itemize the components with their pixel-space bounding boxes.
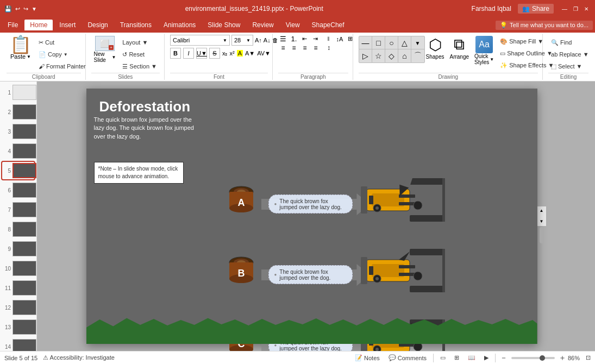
quick-styles-button[interactable]: Aa QuickStyles▼ [472,35,496,66]
slide-thumb-8[interactable]: 8 [2,221,34,238]
shape-icon-8[interactable]: ⌂ [398,49,412,63]
shape-icon-1[interactable]: — [359,36,373,50]
zoom-control[interactable]: － ＋ 86% ⊡ [500,353,591,363]
scroll-down-button[interactable]: ▼ [537,217,546,226]
menu-home[interactable]: Home [24,20,53,30]
slide-thumb-4[interactable]: 4 [2,142,34,160]
svg-point-56 [375,348,379,351]
menu-animations[interactable]: Animations [158,20,201,30]
justify-button[interactable]: ≡ [311,44,321,52]
reading-view-button[interactable]: 📖 [466,354,478,362]
comments-button[interactable]: 💬 Comments [386,354,429,362]
slide-thumb-1[interactable]: 1 [2,84,34,101]
zoom-slider[interactable] [511,357,555,359]
char-spacing-button[interactable]: AV▼ [257,50,271,57]
shapes-button[interactable]: ⬡ Shapes [424,35,447,61]
save-icon[interactable]: 💾 [4,5,12,12]
increase-indent-button[interactable]: ⇥ [311,35,321,42]
shape-icon-2[interactable]: □ [372,36,386,50]
slideshow-button[interactable]: ▶ [482,354,491,362]
arrange-button[interactable]: ⧉ Arrange [447,35,471,61]
slide-thumb-7[interactable]: 7 [2,201,34,218]
slide-thumb-13[interactable]: 13 [2,318,34,336]
scroll-up-button[interactable]: ▲ [537,206,546,215]
decrease-indent-button[interactable]: ⇤ [300,35,310,42]
font-color-button[interactable]: A▼ [245,50,255,57]
zoom-out-button[interactable]: － [500,353,508,363]
minimize-button[interactable]: — [560,4,569,13]
notes-button[interactable]: 📝 Notes [353,354,382,362]
undo-icon[interactable]: ↩ [15,5,20,12]
layout-button[interactable]: Layout ▼ [120,37,160,48]
select-button[interactable]: ⬚ Select ▼ [548,61,585,72]
shape-icon-7[interactable]: ◇ [385,49,399,63]
strikethrough-button[interactable]: S [209,48,220,59]
redo-icon[interactable]: ↪ [23,5,28,12]
restore-button[interactable]: ❐ [571,4,580,13]
menu-review[interactable]: Review [247,20,279,30]
shape-icon-6[interactable]: ☆ [372,49,386,63]
vertical-scrollbar[interactable]: ▲ ▼ [537,206,546,226]
slide-thumb-14[interactable]: 14 [2,338,34,351]
slide-thumb-11[interactable]: 11 [2,279,34,297]
align-right-button[interactable]: ≡ [300,44,310,52]
cut-button[interactable]: ✂Cut [36,37,89,48]
text-direction-button[interactable]: ↕A [335,36,345,42]
copy-button[interactable]: 📄Copy▼ [36,49,89,60]
font-size-dropdown[interactable]: 28▼ [231,35,253,46]
shapes-more[interactable]: ▼ [411,36,425,50]
close-button[interactable]: ✕ [582,4,591,13]
find-button[interactable]: 🔍 Find [548,37,574,48]
scroll-thumb[interactable] [540,227,544,243]
slide-thumb-12[interactable]: 12 [2,299,34,316]
align-left-button[interactable]: ≡ [278,44,288,52]
menu-transitions[interactable]: Transitions [115,20,157,30]
normal-view-button[interactable]: ▭ [438,354,448,362]
subscript-button[interactable]: x₂ [222,50,228,57]
slide-thumb-3[interactable]: 3 [2,123,34,140]
italic-button[interactable]: I [183,48,194,59]
font-size-decrease[interactable]: A↓ [264,37,271,43]
menu-insert[interactable]: Insert [54,20,81,30]
line-spacing-button[interactable]: ↕ [324,44,334,52]
slide-canvas[interactable]: Deforestation The quick brown fox jumped… [86,89,537,344]
shape-icon-4[interactable]: △ [398,36,412,50]
slide-thumb-9[interactable]: 9 [2,240,34,258]
slide-sorter-button[interactable]: ⊞ [452,354,461,362]
accessibility-check[interactable]: ⚠ Accessibility: Investigate [43,354,115,361]
columns-button[interactable]: ⫴ [324,35,334,42]
section-button[interactable]: ☰ Section ▼ [120,61,160,72]
format-painter-button[interactable]: 🖌Format Painter [36,61,89,72]
slide-thumb-6[interactable]: 6 [2,181,34,199]
bold-button[interactable]: B [170,48,181,59]
text-shadow-button[interactable]: A [237,50,243,57]
slide-thumb-2[interactable]: 2 [2,103,34,121]
shape-icon-5[interactable]: ▷ [359,49,373,63]
slide-thumb-10[interactable]: 10 [2,260,34,277]
font-size-increase[interactable]: A↑ [255,37,262,43]
numbering-button[interactable]: 1. [289,35,299,43]
new-slide-button[interactable]: ⬜ + New Slide▼ [91,35,119,64]
fit-slide-button[interactable]: ⊡ [586,354,591,361]
share-button[interactable]: 👥 Share [518,4,554,14]
bullets-button[interactable]: ☰ [278,35,288,43]
tell-me-box[interactable]: 💡 Tell me what you want to do... [496,21,593,30]
shape-icon-9[interactable]: ⌒ [411,49,425,63]
slide-preview-9 [12,241,36,256]
menu-view[interactable]: View [280,20,305,30]
reset-button[interactable]: ↺ Reset [120,49,160,60]
slide-thumb-5[interactable]: 5 [2,162,34,179]
font-family-dropdown[interactable]: Calibri▼ [170,35,230,46]
underline-button[interactable]: U▼ [196,48,207,59]
zoom-in-button[interactable]: ＋ [559,353,566,363]
paste-button[interactable]: 📋 Paste▼ [7,35,35,61]
shape-icon-3[interactable]: ○ [385,36,399,50]
superscript-button[interactable]: x² [229,50,234,57]
customize-icon[interactable]: ▼ [32,6,37,12]
replace-button[interactable]: ab Replace ▼ [548,49,592,60]
align-center-button[interactable]: ≡ [289,44,299,52]
menu-file[interactable]: File [2,20,23,30]
menu-shapechef[interactable]: ShapeChef [306,20,350,30]
menu-slideshow[interactable]: Slide Show [202,20,246,30]
menu-design[interactable]: Design [82,20,113,30]
